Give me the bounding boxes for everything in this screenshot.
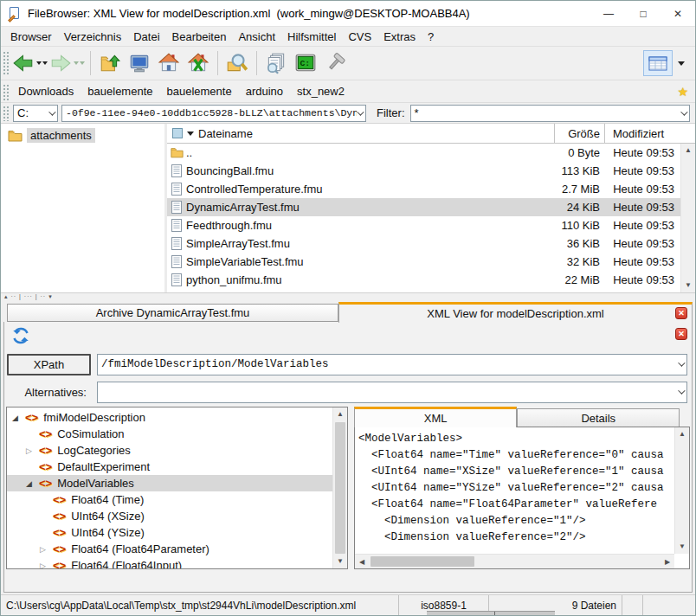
tree-scrollbar[interactable] — [332, 407, 347, 568]
xpath-button[interactable]: XPath — [7, 354, 91, 375]
expander-collapsed-icon[interactable] — [26, 446, 39, 455]
tab-archive[interactable]: Archive DynamicArrayTest.fmu — [7, 304, 338, 322]
bookmark-arduino[interactable]: arduino — [246, 85, 283, 98]
file-row[interactable]: SimpleVariableTest.fmu 32 KiB Heute 09:5… — [167, 253, 680, 271]
select-all-checkbox[interactable] — [172, 128, 183, 138]
bookmark-downloads[interactable]: Downloads — [18, 85, 74, 98]
file-row-parent[interactable]: .. 0 Byte Heute 09:53 — [167, 144, 680, 162]
tree-node-modelvariables[interactable]: ModelVariables — [7, 475, 332, 491]
search-button[interactable] — [223, 49, 251, 77]
file-row[interactable]: ControlledTemperature.fmu 2.7 MiB Heute … — [167, 180, 680, 198]
column-header-modified[interactable]: Modifiziert — [604, 124, 680, 143]
tree-node-float64-time[interactable]: Float64 (Time) — [7, 491, 332, 508]
close-tab-icon[interactable] — [675, 307, 687, 319]
view-mode-dropdown-icon[interactable] — [678, 61, 685, 66]
view-mode-button[interactable] — [643, 50, 692, 76]
scroll-down-icon[interactable] — [681, 279, 695, 292]
scroll-up-icon[interactable] — [675, 427, 689, 441]
horizontal-splitter[interactable] — [1, 293, 695, 302]
menu-verzeichnis[interactable]: Verzeichnis — [58, 29, 127, 45]
menu-help[interactable]: ? — [422, 29, 440, 45]
bookmark-bauelemente-1[interactable]: bauelemente — [87, 85, 152, 98]
file-row[interactable]: Feedthrough.fmu 110 KiB Heute 09:53 — [167, 216, 680, 234]
xml-source-text[interactable]: <ModelVariables> <Float64 name="Time" va… — [355, 427, 674, 554]
menu-extras[interactable]: Extras — [377, 29, 422, 45]
column-header-name[interactable]: Dateiname — [167, 127, 554, 140]
tree-node-logcategories[interactable]: LogCategories — [7, 442, 332, 459]
search-in-files-button[interactable] — [262, 49, 290, 77]
scroll-right-icon[interactable] — [661, 555, 674, 568]
refresh-button[interactable] — [10, 325, 31, 346]
scroll-up-icon[interactable] — [333, 407, 347, 421]
status-cell-empty-2 — [643, 595, 695, 615]
back-icon — [12, 52, 35, 74]
scroll-down-icon[interactable] — [675, 540, 689, 554]
file-list-scrollbar[interactable] — [680, 144, 695, 292]
xpath-row: XPath /fmiModelDescription/ModelVariable… — [7, 353, 687, 375]
xml-horizontal-scrollbar[interactable] — [355, 554, 674, 568]
tab-xml-view[interactable]: XML View for modelDescription.xml — [338, 302, 693, 323]
pathbar-grip[interactable] — [3, 105, 9, 120]
menu-datei[interactable]: Datei — [127, 29, 165, 45]
xpath-input[interactable]: /fmiModelDescription/ModelVariables — [97, 354, 687, 375]
filter-input[interactable]: * — [410, 105, 691, 122]
sort-arrow-icon[interactable] — [187, 132, 194, 136]
back-button[interactable] — [12, 49, 48, 77]
scroll-left-icon[interactable] — [355, 555, 369, 568]
folder-up-button[interactable] — [96, 49, 124, 77]
tools-button[interactable] — [321, 49, 349, 77]
menu-bearbeiten[interactable]: Bearbeiten — [166, 29, 233, 45]
toolbar-grip[interactable] — [3, 50, 9, 76]
close-button[interactable]: ✕ — [661, 1, 695, 26]
home-remove-button[interactable] — [184, 49, 212, 77]
tree-node-fmimodeldescription[interactable]: fmiModelDescription — [7, 409, 332, 426]
expander-expanded-icon[interactable] — [12, 414, 25, 422]
file-icon — [171, 164, 182, 177]
close-panel-icon[interactable] — [675, 328, 687, 340]
menu-hilfsmittel[interactable]: Hilfsmittel — [281, 29, 342, 45]
alternatives-input[interactable] — [97, 382, 687, 403]
forward-button[interactable] — [49, 49, 85, 77]
bookmark-stx-new2[interactable]: stx_new2 — [297, 85, 345, 98]
drive-selector[interactable]: C: — [13, 105, 58, 122]
expander-collapsed-icon[interactable] — [40, 561, 53, 569]
file-row[interactable]: python_unifmu.fmu 22 MiB Heute 09:53 — [167, 271, 680, 289]
bookmarkbar-grip[interactable] — [3, 83, 9, 100]
folder-item-attachments[interactable]: attachments — [8, 128, 164, 143]
xml-vertical-scrollbar[interactable] — [674, 427, 689, 554]
splitter-handle-icon[interactable] — [4, 293, 53, 300]
computer-button[interactable] — [126, 49, 153, 77]
forward-history-chevron[interactable] — [74, 61, 85, 65]
tree-node-uint64-xsize[interactable]: UInt64 (XSize) — [7, 508, 332, 524]
back-history-chevron[interactable] — [36, 61, 48, 65]
file-row[interactable]: SimpleArrayTest.fmu 36 KiB Heute 09:53 — [167, 234, 680, 253]
menu-browser[interactable]: Browser — [4, 29, 58, 45]
tree-node-defaultexperiment[interactable]: DefaultExperiment — [7, 459, 332, 475]
xml-element-icon — [53, 493, 66, 506]
home-button[interactable] — [155, 49, 183, 77]
scroll-down-icon[interactable] — [333, 555, 347, 568]
terminal-button[interactable]: C: — [292, 49, 319, 77]
bookmark-bauelemente-2[interactable]: bauelemente — [167, 85, 232, 98]
title-bar: FileBrowser: XML View for modelDescripti… — [1, 1, 695, 27]
menu-cvs[interactable]: CVS — [342, 29, 377, 45]
tree-node-uint64-ysize[interactable]: UInt64 (YSize) — [7, 524, 332, 541]
menu-ansicht[interactable]: Ansicht — [232, 29, 281, 45]
maximize-button[interactable]: □ — [626, 1, 661, 26]
tree-node-cosimulation[interactable]: CoSimulation — [7, 426, 332, 442]
file-row-selected[interactable]: DynamicArrayTest.fmu 24 KiB Heute 09:53 — [167, 198, 680, 216]
column-header-size[interactable]: Größe — [554, 124, 604, 143]
tree-node-float64parameter[interactable]: Float64 (Float64Parameter) — [7, 541, 332, 557]
bookmark-star-icon[interactable]: ★ — [677, 85, 688, 99]
expander-collapsed-icon[interactable] — [40, 545, 53, 554]
scrollbar-thumb[interactable] — [335, 422, 345, 554]
scroll-up-icon[interactable] — [681, 144, 695, 157]
tab-details[interactable]: Details — [517, 408, 680, 427]
tree-node-float64input-clipped[interactable]: Float64 (Float64Input) — [7, 557, 332, 568]
path-input[interactable]: -0f9e-11ee-94e0-10ddb1cc5928-bLLZ\attach… — [61, 105, 366, 122]
file-row[interactable]: BouncingBall.fmu 113 KiB Heute 09:53 — [167, 162, 680, 180]
tab-xml[interactable]: XML — [354, 407, 517, 427]
scrollbar-thumb[interactable] — [371, 556, 474, 567]
expander-expanded-icon[interactable] — [26, 479, 39, 488]
minimize-button[interactable]: — — [591, 1, 626, 26]
